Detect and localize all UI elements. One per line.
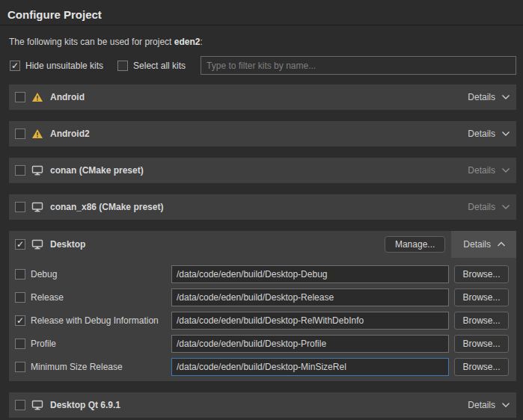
config-row-minsizerel: Minimum Size Release Browse... [9,355,516,378]
kit-row-conan-x86: conan_x86 (CMake preset) Details [9,194,516,220]
kit-list: Android Details Android2 Details conan (… [9,84,516,418]
build-config-list: Debug Browse... Release Browse... Releas… [9,258,516,378]
build-dir-input-release[interactable] [171,288,449,306]
build-dir-input-profile[interactable] [171,335,449,353]
kit-row-conan: conan (CMake preset) Details [9,158,516,183]
desktop-monitor-icon [31,400,43,410]
manage-kits-button[interactable]: Manage... [385,236,445,253]
config-label: Debug [31,269,171,280]
title-separator [0,25,523,25]
details-label: Details [468,129,495,139]
details-button-desktop[interactable]: Details [451,231,516,258]
chevron-down-icon [501,94,510,100]
kit-row-desktop: Desktop Manage... Details [9,231,516,258]
kit-checkbox-conan-x86[interactable] [15,202,25,212]
chevron-down-icon [501,204,510,210]
chevron-down-icon [501,402,510,408]
build-dir-input-minsizerel[interactable] [171,358,449,376]
build-dir-input-debug[interactable] [171,265,449,283]
kit-checkbox-conan[interactable] [15,165,25,176]
desktop-monitor-icon [31,239,43,250]
project-name: eden2 [174,37,201,47]
config-label: Release with Debug Information [31,315,171,326]
config-label: Profile [31,339,171,349]
chevron-down-icon [501,167,510,173]
config-checkbox-release[interactable] [15,292,25,303]
details-label: Details [468,202,495,212]
kit-row-android: Android Details [9,84,516,110]
hide-unsuitable-kits-checkbox[interactable] [10,61,20,71]
config-row-release: Release Browse... [9,285,516,309]
desktop-monitor-icon [31,202,43,212]
config-checkbox-relwithdebinfo[interactable] [15,315,25,326]
build-dir-input-relwithdebinfo[interactable] [171,312,449,330]
kit-name: Desktop Qt 6.9.1 [50,400,120,410]
kits-description: The following kits can be used for proje… [9,37,514,47]
hide-unsuitable-kits-group[interactable]: Hide unsuitable kits [10,61,103,71]
config-checkbox-debug[interactable] [15,269,25,280]
kit-name: Desktop [50,239,85,250]
browse-button-relwithdebinfo[interactable]: Browse... [454,312,509,330]
details-button-desktop-qt[interactable]: Details [462,392,516,418]
browse-button-minsizerel[interactable]: Browse... [454,358,509,376]
config-label: Minimum Size Release [31,362,171,372]
kit-name: Android [50,92,85,102]
kit-row-desktop-qt: Desktop Qt 6.9.1 Details [9,392,516,418]
config-checkbox-minsizerel[interactable] [15,362,25,372]
chevron-up-icon [497,241,506,247]
kit-filter-input[interactable] [201,56,516,75]
subtitle-colon: : [200,37,202,47]
kit-name: Android2 [50,129,90,139]
browse-button-debug[interactable]: Browse... [454,265,509,283]
chevron-down-icon [501,131,510,137]
kit-panel-desktop: Desktop Manage... Details Debug Browse..… [9,231,516,381]
kit-name: conan_x86 (CMake preset) [50,202,163,212]
kit-checkbox-android[interactable] [15,92,25,102]
config-checkbox-profile[interactable] [15,339,25,349]
warning-icon [31,129,43,139]
page-title: Configure Project [0,0,523,25]
config-label: Release [31,292,171,303]
desktop-monitor-icon [31,165,43,176]
kit-checkbox-android2[interactable] [15,129,25,139]
config-row-profile: Profile Browse... [9,332,516,355]
warning-icon [31,92,43,102]
kit-filter-toolbar: Hide unsuitable kits Select all kits [10,56,516,75]
browse-button-profile[interactable]: Browse... [454,335,509,353]
kit-checkbox-desktop[interactable] [15,239,25,250]
config-row-relwithdebinfo: Release with Debug Information Browse... [9,309,516,332]
details-button-conan-x86[interactable]: Details [462,194,516,220]
kit-name: conan (CMake preset) [50,165,144,176]
kit-row-android2: Android2 Details [9,121,516,146]
details-button-android[interactable]: Details [462,84,516,110]
details-label: Details [468,400,495,410]
select-all-kits-checkbox[interactable] [117,61,128,71]
browse-button-release[interactable]: Browse... [454,288,509,306]
config-row-debug: Debug Browse... [9,262,516,285]
kit-checkbox-desktop-qt[interactable] [15,400,25,410]
details-label: Details [463,239,491,250]
select-all-kits-group[interactable]: Select all kits [117,61,186,71]
details-button-android2[interactable]: Details [462,121,516,146]
select-all-kits-label[interactable]: Select all kits [133,61,186,71]
details-label: Details [468,92,495,102]
details-label: Details [468,165,495,176]
subtitle-text: The following kits can be used for proje… [9,37,174,47]
hide-unsuitable-kits-label[interactable]: Hide unsuitable kits [25,61,103,71]
details-button-conan[interactable]: Details [462,158,516,183]
